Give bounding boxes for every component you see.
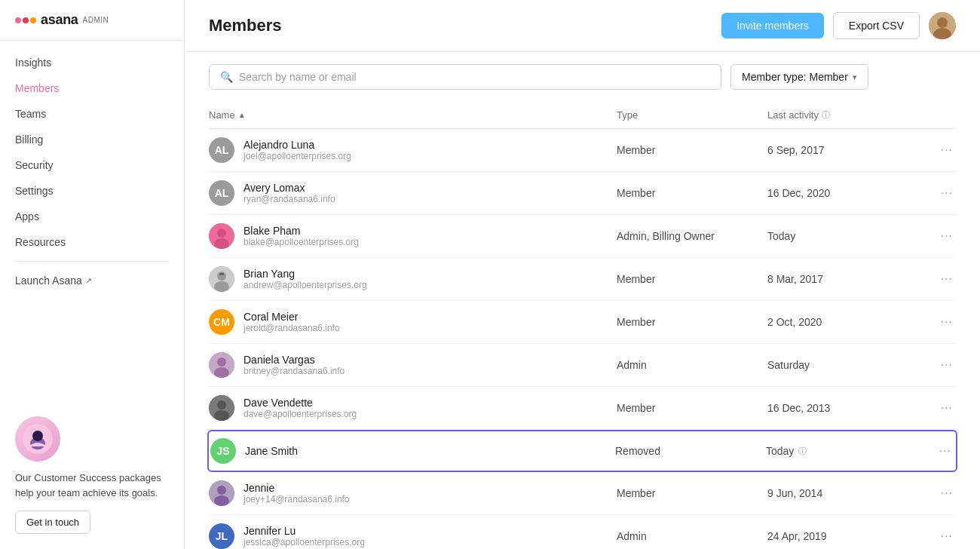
filter-label: Member type: Member	[742, 71, 848, 83]
member-type-filter[interactable]: Member type: Member ▾	[730, 64, 868, 90]
member-activity: 8 Mar, 2017	[767, 273, 918, 285]
svg-point-7	[217, 228, 226, 238]
page-title: Members	[209, 16, 282, 35]
member-email: jessica@apolloenterprises.org	[243, 537, 365, 547]
export-csv-button[interactable]: Export CSV	[833, 12, 920, 39]
toolbar: 🔍 Member type: Member ▾	[185, 52, 980, 102]
member-details: Alejandro Luna joel@apolloenterprises.or…	[243, 139, 351, 161]
more-options-button[interactable]: ···	[918, 358, 956, 372]
table-header: Name ▲ Type Last activity ⓘ	[209, 102, 956, 129]
table-row[interactable]: Dave Vendette dave@apolloenterprises.org…	[209, 387, 956, 430]
table-row[interactable]: AL Avery Lomax ryan@randasana6.info Memb…	[209, 172, 956, 215]
sidebar-item-settings[interactable]: Settings	[0, 178, 184, 204]
member-name: Daniela Vargas	[243, 354, 345, 366]
success-card: Our Customer Success packages help your …	[15, 416, 169, 534]
more-options-button[interactable]: ···	[918, 272, 956, 286]
svg-point-14	[217, 357, 226, 367]
sidebar-item-members[interactable]: Members	[0, 75, 184, 101]
table-row[interactable]: Brian Yang andrew@apolloenterprises.org …	[209, 258, 956, 301]
avatar	[209, 223, 234, 249]
table-row[interactable]: AL Alejandro Luna joel@apolloenterprises…	[209, 129, 956, 172]
svg-point-8	[214, 238, 229, 249]
member-details: Jennie joey+14@randasana6.info	[243, 482, 350, 505]
member-info: JL Jennifer Lu jessica@apolloenterprises…	[209, 523, 617, 549]
col-actions	[918, 109, 956, 121]
member-type: Member	[617, 487, 767, 499]
svg-point-21	[214, 495, 229, 506]
member-email: blake@apolloenterprises.org	[243, 237, 359, 247]
launch-asana-label: Launch Asana	[15, 274, 82, 287]
table-row[interactable]: Blake Pham blake@apolloenterprises.org A…	[209, 215, 956, 258]
avatar: AL	[209, 180, 234, 206]
sidebar-nav: Insights Members Teams Billing Security …	[0, 41, 184, 401]
avatar	[209, 395, 234, 421]
member-info: AL Avery Lomax ryan@randasana6.info	[209, 180, 617, 206]
admin-badge: ADMIN	[83, 16, 109, 24]
chevron-down-icon: ▾	[853, 72, 857, 82]
member-info: Jennie joey+14@randasana6.info	[209, 480, 617, 506]
member-name: Avery Lomax	[243, 182, 335, 194]
more-options-button[interactable]: ···	[918, 143, 956, 157]
more-options-button[interactable]: ···	[917, 444, 954, 458]
more-options-button[interactable]: ···	[918, 529, 956, 543]
svg-point-18	[214, 410, 229, 421]
member-details: Dave Vendette dave@apolloenterprises.org	[243, 397, 357, 419]
member-type: Member	[617, 402, 767, 414]
member-details: Brian Yang andrew@apolloenterprises.org	[243, 268, 367, 290]
sidebar-item-resources[interactable]: Resources	[0, 229, 184, 255]
more-options-button[interactable]: ···	[918, 315, 956, 329]
col-name: Name ▲	[209, 109, 617, 121]
member-details: Daniela Vargas britney@randasana6.info	[243, 354, 345, 376]
svg-point-20	[217, 486, 226, 495]
more-options-button[interactable]: ···	[918, 401, 956, 415]
member-info: CM Coral Meier jerold@randasana6.info	[209, 309, 617, 335]
member-activity: 2 Oct, 2020	[767, 316, 918, 328]
sidebar-item-billing[interactable]: Billing	[0, 127, 184, 152]
sidebar-item-insights[interactable]: Insights	[0, 50, 184, 75]
more-options-button[interactable]: ···	[918, 186, 956, 200]
avatar	[209, 266, 234, 292]
table-row[interactable]: JL Jennifer Lu jessica@apolloenterprises…	[209, 515, 956, 549]
member-details: Jennifer Lu jessica@apolloenterprises.or…	[243, 525, 365, 547]
col-name-label: Name	[209, 109, 235, 121]
more-options-button[interactable]: ···	[918, 229, 956, 243]
member-activity: Today ⓘ	[766, 445, 917, 457]
avatar	[209, 480, 234, 506]
nav-divider	[15, 261, 169, 262]
table-row[interactable]: CM Coral Meier jerold@randasana6.info Me…	[209, 301, 956, 344]
get-in-touch-button[interactable]: Get in touch	[15, 511, 90, 534]
svg-point-11	[214, 281, 229, 292]
member-activity: 16 Dec, 2013	[767, 402, 918, 414]
col-type-label: Type	[617, 109, 638, 121]
member-type: Member	[617, 187, 767, 199]
activity-info-icon[interactable]: ⓘ	[798, 446, 807, 457]
member-info: Brian Yang andrew@apolloenterprises.org	[209, 266, 617, 292]
info-icon[interactable]: ⓘ	[822, 109, 830, 121]
member-type: Admin, Billing Owner	[617, 230, 767, 242]
header-actions: Invite members Export CSV	[721, 12, 956, 39]
asana-logo-dots	[15, 17, 36, 23]
member-info: Dave Vendette dave@apolloenterprises.org	[209, 395, 617, 421]
table-row-highlighted[interactable]: JS Jane Smith Removed Today ⓘ ···	[207, 430, 957, 472]
sidebar-item-teams[interactable]: Teams	[0, 101, 184, 127]
col-type: Type	[617, 109, 767, 121]
user-avatar[interactable]	[929, 12, 956, 39]
launch-asana-link[interactable]: Launch Asana ↗	[0, 268, 184, 293]
search-input[interactable]	[239, 71, 710, 83]
success-avatar	[15, 416, 60, 462]
table-row[interactable]: Daniela Vargas britney@randasana6.info A…	[209, 344, 956, 387]
member-activity: 24 Apr, 2019	[767, 530, 918, 542]
member-details: Coral Meier jerold@randasana6.info	[243, 311, 340, 333]
member-email: jerold@randasana6.info	[243, 323, 340, 333]
more-options-button[interactable]: ···	[918, 486, 956, 500]
table-row[interactable]: Jennie joey+14@randasana6.info Member 9 …	[209, 472, 956, 515]
sidebar-item-apps[interactable]: Apps	[0, 204, 184, 229]
member-name: Dave Vendette	[243, 397, 357, 409]
sidebar-item-security[interactable]: Security	[0, 152, 184, 178]
member-email: dave@apolloenterprises.org	[243, 409, 357, 419]
member-email: andrew@apolloenterprises.org	[243, 280, 367, 290]
success-description: Our Customer Success packages help your …	[15, 471, 169, 500]
invite-members-button[interactable]: Invite members	[721, 13, 824, 38]
dot-orange	[30, 17, 36, 23]
sidebar: asana ADMIN Insights Members Teams Billi…	[0, 0, 185, 549]
